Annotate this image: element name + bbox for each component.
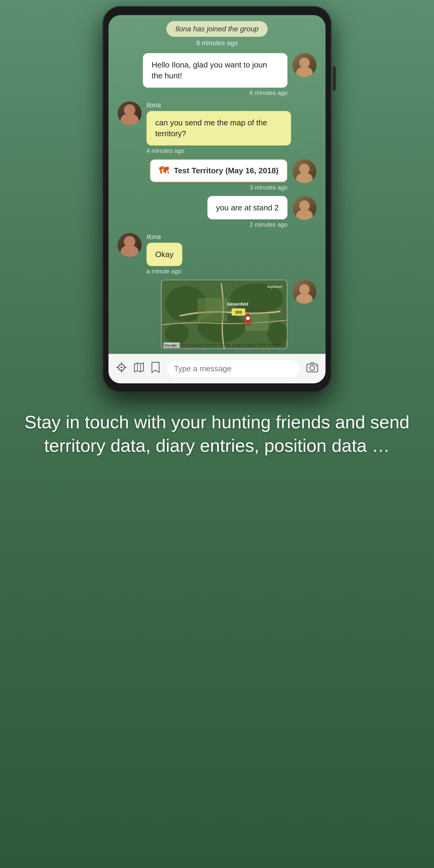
phone-wrapper: Ilona has joined the group 8 minutes ago…: [102, 0, 332, 393]
avatar: [118, 101, 142, 125]
svg-point-4: [165, 323, 189, 344]
svg-point-12: [246, 316, 250, 320]
message-bubble: Okay: [147, 243, 182, 266]
tagline: Stay in touch with your hunting friends …: [0, 393, 434, 482]
message-row: Ilona can you send me the map of the ter…: [118, 101, 316, 154]
join-notification: Ilona has joined the group: [166, 21, 268, 37]
sender-avatar-woman: [118, 233, 142, 257]
power-button: [333, 66, 336, 90]
message-time: 2 minutes ago: [250, 221, 287, 228]
phone-frame: Ilona has joined the group 8 minutes ago…: [102, 6, 332, 393]
sender-name: Ilona: [147, 233, 161, 241]
message-content: Hello Ilona, glad you want to joun the h…: [143, 53, 287, 96]
map-link-bubble[interactable]: 🗺 Test Territory (May 16, 2018): [150, 159, 287, 182]
svg-text:300: 300: [235, 310, 242, 315]
message-content: you are at stand 2 2 minutes ago: [207, 196, 287, 228]
message-row: 300 Geisenfeld: [118, 280, 316, 349]
message-row: 🗺 Test Territory (May 16, 2018) 3 minute…: [118, 159, 316, 191]
camera-button[interactable]: [306, 362, 318, 376]
sender-avatar-man: [292, 53, 316, 77]
notification-time: 8 minutes ago: [196, 39, 238, 47]
phone-screen: Ilona has joined the group 8 minutes ago…: [108, 15, 326, 383]
avatar: [292, 159, 316, 183]
message-row: Ilona Okay a minute ago: [118, 233, 316, 275]
message-content: 300 Geisenfeld: [161, 280, 287, 349]
message-time: 6 minutes ago: [250, 90, 287, 96]
message-bubble: Hello Ilona, glad you want to joun the h…: [143, 53, 287, 88]
message-bubble: can you send me the map of the territory…: [147, 111, 291, 146]
message-content: Ilona can you send me the map of the ter…: [147, 101, 291, 154]
svg-rect-9: [198, 298, 227, 322]
message-row: you are at stand 2 2 minutes ago: [118, 196, 316, 228]
message-bubble: you are at stand 2: [207, 196, 287, 219]
bookmark-button[interactable]: [151, 362, 160, 376]
avatar: [292, 196, 316, 220]
message-content: 🗺 Test Territory (May 16, 2018) 3 minute…: [150, 159, 287, 191]
map-thumbnail[interactable]: 300 Geisenfeld: [161, 280, 287, 349]
sender-avatar-woman: [118, 101, 142, 125]
message-content: Ilona Okay a minute ago: [147, 233, 182, 275]
svg-text:Aiglsbach: Aiglsbach: [267, 284, 282, 288]
sender-name: Ilona: [147, 101, 161, 109]
map-svg: 300 Geisenfeld: [161, 280, 287, 348]
map-attribution: Map data ©2018 GeoBasis-DE/BKG (©2009), …: [164, 343, 285, 347]
svg-point-17: [121, 367, 122, 368]
sender-avatar-man: [292, 196, 316, 220]
location-button[interactable]: [116, 362, 127, 376]
message-time: a minute ago: [147, 268, 181, 275]
avatar: [292, 280, 316, 304]
message-time: 3 minutes ago: [250, 184, 287, 191]
page-container: Ilona has joined the group 8 minutes ago…: [0, 0, 434, 868]
system-notification: Ilona has joined the group 8 minutes ago: [118, 21, 316, 47]
svg-text:Geisenfeld: Geisenfeld: [227, 302, 248, 307]
avatar: [292, 53, 316, 77]
message-row: Hello Ilona, glad you want to joun the h…: [118, 53, 316, 96]
avatar: [118, 233, 142, 257]
svg-point-25: [310, 366, 315, 370]
message-time: 4 minutes ago: [147, 147, 184, 154]
sender-avatar-man: [292, 280, 316, 304]
message-input[interactable]: [166, 360, 300, 378]
bottom-toolbar: [108, 354, 326, 383]
map-button[interactable]: [133, 362, 145, 376]
map-icon: 🗺: [159, 165, 168, 176]
sender-avatar-man: [292, 159, 316, 183]
svg-point-26: [315, 365, 317, 367]
chat-area: Ilona has joined the group 8 minutes ago…: [108, 15, 326, 349]
